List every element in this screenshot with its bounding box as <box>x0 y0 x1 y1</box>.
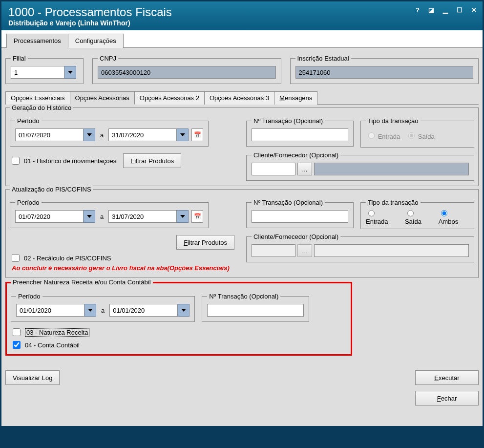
section-pis-cofins: Atualização do PIS/COFINS Período a 📅 Fi… <box>5 189 479 278</box>
sec1-cliforn-code[interactable] <box>252 163 295 175</box>
cliforn-label-2: Cliente/Fornecedor (Opcional) <box>252 233 340 240</box>
sec1-ntrans-input[interactable] <box>252 128 348 141</box>
title-bar: 1000 - Processamentos Fiscais Distribuiç… <box>1 1 483 30</box>
close-icon[interactable]: ✕ <box>471 6 477 14</box>
window-title: 1000 - Processamentos Fiscais <box>8 5 476 19</box>
sec2-ntrans-input[interactable] <box>252 210 348 223</box>
filtrar-produtos-1-button[interactable]: Filtrar Produtos <box>123 153 181 168</box>
cliforn-label-1: Cliente/Fornecedor (Opcional) <box>252 151 340 159</box>
filial-input[interactable] <box>11 66 64 79</box>
sec1-radio-saida: Saída <box>406 131 435 140</box>
sec3-ntrans-input[interactable] <box>207 304 304 317</box>
chk-03-natureza[interactable]: 03 - Natureza Receita <box>11 327 347 338</box>
sec2-date-to[interactable] <box>108 210 177 223</box>
sec2-cliforn-name <box>314 244 469 257</box>
cnpj-label: CNPJ <box>98 55 118 62</box>
section2-title: Atualização do PIS/COFINS <box>10 186 93 193</box>
help-icon[interactable]: ? <box>416 6 420 14</box>
maximize-icon[interactable]: ☐ <box>457 6 463 14</box>
ntrans-label-1: Nº Transação (Opcional) <box>252 117 325 125</box>
sec3-date-from-drop-icon[interactable] <box>84 304 96 317</box>
sec2-date-from[interactable] <box>15 210 84 223</box>
sec1-date-from-drop-icon[interactable] <box>84 128 95 141</box>
sec1-cliforn-name <box>314 163 469 175</box>
ntrans-label-2: Nº Transação (Opcional) <box>252 199 325 206</box>
tab-configuracoes[interactable]: Configurações <box>68 34 124 48</box>
chk-04-conta[interactable]: 04 - Conta Contábil <box>11 340 347 350</box>
ntrans-label-3: Nº Transação (Opcional) <box>207 293 280 300</box>
filial-label: Filial <box>11 55 28 62</box>
sec3-date-from[interactable] <box>16 304 84 317</box>
inner-tab-strip: Opções Essenciais Opções Acessórias Opçõ… <box>5 91 479 105</box>
executar-button[interactable]: Executar <box>415 370 479 385</box>
tab-opcoes-essenciais[interactable]: Opções Essenciais <box>5 91 70 105</box>
tab-opcoes-acessorias[interactable]: Opções Acessórias <box>70 91 135 105</box>
filtrar-produtos-2-button[interactable]: Filtrar Produtos <box>176 235 234 250</box>
section3-title: Preencher Natureza Receita e/ou Conta Co… <box>11 278 153 286</box>
section1-title: Geração do Histórico <box>10 104 73 111</box>
tab-mensagens[interactable]: Mensagens <box>274 91 317 105</box>
insc-input <box>295 66 474 79</box>
sec2-date-from-drop-icon[interactable] <box>84 210 95 223</box>
sec2-date-to-drop-icon[interactable] <box>177 210 189 223</box>
calendar-icon-2[interactable]: 📅 <box>191 210 203 223</box>
minimize-icon[interactable]: ▁ <box>443 6 448 14</box>
window-subtitle: Distribuição e Varejo (Linha WinThor) <box>8 19 476 27</box>
periodo-label-1: Período <box>15 117 42 125</box>
main-tab-strip: Processamentos Configurações <box>1 30 483 48</box>
restore-icon[interactable]: ◪ <box>428 6 434 14</box>
cnpj-input <box>98 66 276 79</box>
section-natureza-conta: Preencher Natureza Receita e/ou Conta Co… <box>5 282 352 356</box>
fechar-button[interactable]: Fechar <box>415 391 479 405</box>
filial-dropdown-icon[interactable] <box>64 66 76 79</box>
chk-02-recalculo[interactable]: 02 - Recálculo de PIS/COFINS <box>10 253 239 263</box>
insc-label: Inscrição Estadual <box>295 55 351 62</box>
sec3-date-to[interactable] <box>109 304 178 317</box>
sec2-radio-saida[interactable]: Saída <box>405 209 433 225</box>
section-geracao-historico: Geração do Histórico Período a 📅 <box>5 107 479 186</box>
warning-text: Ao concluir é necessário gerar o Livro f… <box>10 263 239 273</box>
tab-opcoes-acessorias-2[interactable]: Opções Acessórias 2 <box>134 91 205 105</box>
sec1-date-to-drop-icon[interactable] <box>177 128 189 141</box>
visualizar-log-button[interactable]: Visualizar Log <box>5 370 60 385</box>
sec2-radio-entrada[interactable]: Entrada <box>366 209 399 225</box>
tipo-label-1: Tipo da transação <box>366 117 421 125</box>
calendar-icon[interactable]: 📅 <box>191 128 203 141</box>
tab-opcoes-acessorias-3[interactable]: Opções Acessórias 3 <box>204 91 274 105</box>
sec2-cliforn-search-button: ... <box>297 244 312 257</box>
sec1-date-from[interactable] <box>15 128 84 141</box>
sec1-radio-entrada: Entrada <box>366 131 400 140</box>
sec1-cliforn-search-button[interactable]: ... <box>297 163 312 175</box>
sec3-date-to-drop-icon[interactable] <box>178 304 189 317</box>
tab-processamentos[interactable]: Processamentos <box>6 34 68 48</box>
sec2-cliforn-code <box>252 244 295 257</box>
periodo-label-3: Período <box>16 293 42 300</box>
periodo-label-2: Período <box>15 199 42 206</box>
tipo-label-2: Tipo da transação <box>366 199 421 206</box>
sec1-date-to[interactable] <box>108 128 177 141</box>
chk-01-historico[interactable]: 01 - Histórico de movimentações <box>10 155 116 166</box>
sec2-radio-ambos[interactable]: Ambos <box>439 209 469 225</box>
